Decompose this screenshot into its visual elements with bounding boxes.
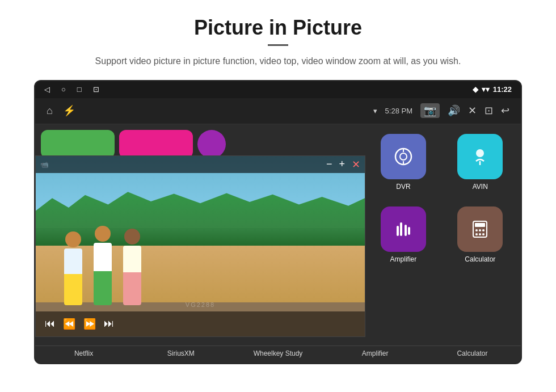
- forward-btn[interactable]: ⏭: [104, 318, 114, 330]
- person-3: [123, 229, 141, 305]
- calculator-app-icon[interactable]: Calculator: [444, 201, 516, 268]
- dvr-icon-img: [381, 134, 426, 179]
- bottom-calculator[interactable]: Calculator: [424, 349, 521, 357]
- svg-rect-6: [400, 222, 402, 236]
- amplifier-icon-img: [381, 206, 426, 252]
- left-panel: 📹 − + ✕: [35, 124, 363, 345]
- avin-icon-img: [457, 134, 503, 179]
- dvr-label: DVR: [396, 183, 410, 191]
- rewind-btn[interactable]: ⏮: [45, 318, 55, 330]
- svg-point-4: [476, 149, 484, 157]
- svg-rect-7: [405, 225, 407, 236]
- app-content: 📹 − + ✕: [35, 124, 521, 345]
- nav-bar-right: ▾ 5:28 PM 📷 🔊 ✕ ⊡ ↩: [373, 103, 509, 118]
- close-icon[interactable]: ✕: [468, 104, 477, 117]
- wheelkey-top-icon[interactable]: [197, 130, 226, 158]
- back-nav-icon[interactable]: ↩: [501, 104, 509, 117]
- video-watermark: VG2288: [186, 301, 215, 308]
- status-bar-right: ◆ ▾▾ 11:22: [473, 85, 512, 94]
- svg-point-16: [479, 233, 481, 235]
- bottom-wheelkey[interactable]: Wheelkey Study: [229, 349, 326, 357]
- bottom-siriusxm[interactable]: SiriusXM: [132, 349, 229, 357]
- pip-container[interactable]: 📹 − + ✕: [35, 155, 365, 337]
- amplifier-app-icon[interactable]: Amplifier: [367, 201, 439, 268]
- square-icon[interactable]: □: [77, 85, 82, 94]
- home-icon[interactable]: ⌂: [47, 105, 53, 117]
- bottom-netflix[interactable]: Netflix: [35, 349, 132, 357]
- status-time: 11:22: [493, 85, 512, 94]
- circle-icon[interactable]: ○: [61, 85, 66, 94]
- avin-label: AVIN: [473, 183, 488, 191]
- device-frame: ◁ ○ □ ⊡ ◆ ▾▾ 11:22 ⌂ ⚡ ▾ 5:28 PM 📷 🔊: [34, 80, 522, 364]
- people-group: [64, 226, 141, 305]
- svg-rect-9: [408, 227, 410, 235]
- title-divider: [268, 44, 288, 46]
- svg-rect-8: [397, 226, 399, 236]
- pip-minus-btn[interactable]: −: [326, 158, 332, 170]
- app-row-top: [35, 124, 363, 158]
- svg-rect-11: [475, 223, 485, 227]
- signal-icon: ▾▾: [482, 85, 490, 94]
- calculator-icon-img: [457, 206, 503, 252]
- svg-point-14: [482, 229, 485, 231]
- calculator-label: Calculator: [465, 255, 495, 263]
- video-controls: ⏮ ⏪ ⏩ ⏭: [36, 311, 365, 336]
- pip-header-right: − + ✕: [326, 158, 360, 171]
- location-icon: ◆: [473, 85, 478, 94]
- back-icon[interactable]: ◁: [44, 85, 50, 94]
- next-btn[interactable]: ⏩: [83, 318, 96, 330]
- svg-point-15: [475, 233, 478, 235]
- person-1: [64, 231, 82, 305]
- status-bar-left: ◁ ○ □ ⊡: [44, 85, 99, 94]
- pip-camera-icon: 📹: [40, 161, 49, 168]
- title-section: Picture in Picture Support video picture…: [23, 16, 533, 69]
- cast-icon[interactable]: ⊡: [93, 85, 99, 94]
- siriusxm-top-icon[interactable]: [119, 130, 193, 158]
- page-wrapper: Picture in Picture Support video picture…: [0, 0, 556, 364]
- avin-app-icon[interactable]: AVIN: [444, 129, 516, 196]
- bottom-amplifier[interactable]: Amplifier: [327, 349, 424, 357]
- video-scene: VG2288 ⏮ ⏪ ⏩ ⏭: [36, 156, 365, 336]
- pip-header: 📹 − + ✕: [36, 156, 365, 173]
- amplifier-label: Amplifier: [390, 255, 417, 263]
- nav-bar: ⌂ ⚡ ▾ 5:28 PM 📷 🔊 ✕ ⊡ ↩: [35, 98, 521, 124]
- svg-point-1: [400, 153, 407, 160]
- right-panel: DVR AVIN: [363, 124, 521, 345]
- bottom-labels: Netflix SiriusXM Wheelkey Study Amplifie…: [35, 345, 521, 363]
- volume-icon[interactable]: 🔊: [448, 104, 460, 117]
- pip-close-btn[interactable]: ✕: [352, 158, 360, 171]
- status-bar: ◁ ○ □ ⊡ ◆ ▾▾ 11:22: [35, 81, 521, 98]
- pip-header-left: 📹: [40, 161, 49, 168]
- prev-btn[interactable]: ⏪: [63, 318, 75, 330]
- pip-icon[interactable]: ⊡: [485, 104, 493, 117]
- dvr-app-icon[interactable]: DVR: [367, 129, 439, 196]
- usb-icon[interactable]: ⚡: [63, 104, 75, 117]
- person-2: [94, 226, 112, 305]
- nav-time: 5:28 PM: [385, 107, 412, 115]
- svg-point-13: [479, 229, 481, 231]
- wifi-status-icon: ▾: [373, 107, 377, 115]
- page-title: Picture in Picture: [23, 16, 533, 40]
- svg-point-12: [475, 229, 478, 231]
- svg-point-17: [482, 233, 485, 235]
- subtitle: Support video picture in picture functio…: [79, 54, 477, 69]
- nav-bar-left: ⌂ ⚡: [47, 104, 75, 117]
- camera-nav-icon[interactable]: 📷: [420, 103, 440, 118]
- netflix-top-icon[interactable]: [41, 130, 115, 158]
- pip-plus-btn[interactable]: +: [339, 158, 345, 170]
